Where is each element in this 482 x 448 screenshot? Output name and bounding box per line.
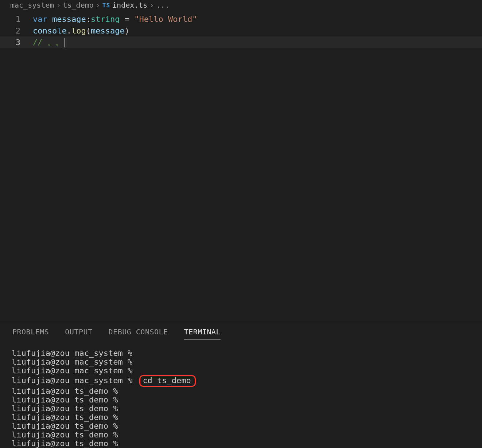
panel-tab-output[interactable]: OUTPUT <box>65 327 92 339</box>
terminal-line: liufujia@zou ts_demo % <box>12 439 470 448</box>
terminal-prompt: liufujia@zou ts_demo % <box>12 430 123 439</box>
typescript-icon: TS <box>102 2 110 9</box>
token: : <box>86 15 91 24</box>
token <box>47 15 52 24</box>
text-cursor <box>64 38 65 47</box>
terminal-line: liufujia@zou ts_demo % <box>12 413 470 422</box>
code-line[interactable]: 2console.log(message) <box>0 25 482 36</box>
code-content[interactable]: // 。。 <box>33 37 65 48</box>
token: ) <box>125 26 129 35</box>
terminal-prompt: liufujia@zou mac_system % <box>12 349 137 358</box>
terminal-prompt: liufujia@zou ts_demo % <box>12 421 123 431</box>
code-editor[interactable]: 1var message:string = "Hello World"2cons… <box>0 12 482 322</box>
highlighted-command: cd ts_demo <box>139 375 195 387</box>
terminal-line: liufujia@zou mac_system % <box>12 358 470 366</box>
token: // 。。 <box>33 38 63 47</box>
breadcrumb-item-ellipsis[interactable]: ... <box>156 1 169 9</box>
breadcrumb-item-file[interactable]: index.ts <box>112 1 147 9</box>
terminal-line: liufujia@zou ts_demo % <box>12 396 470 404</box>
breadcrumb: mac_system › ts_demo › TS index.ts › ... <box>0 0 482 12</box>
terminal-line: liufujia@zou ts_demo % <box>12 404 470 413</box>
terminal-line: liufujia@zou ts_demo % <box>12 422 470 431</box>
terminal-line: liufujia@zou mac_system % <box>12 349 470 358</box>
terminal-prompt: liufujia@zou ts_demo % <box>12 395 123 404</box>
code-content[interactable]: var message:string = "Hello World" <box>33 15 197 24</box>
line-number: 3 <box>0 38 33 47</box>
code-line[interactable]: 3// 。。 <box>0 36 482 48</box>
terminal-prompt: liufujia@zou ts_demo % <box>12 386 123 396</box>
token: "Hello World" <box>134 15 197 24</box>
panel-tab-terminal[interactable]: TERMINAL <box>184 327 221 339</box>
token: message <box>52 15 86 24</box>
panel-tab-debug-console[interactable]: DEBUG CONSOLE <box>109 327 168 339</box>
terminal-line: liufujia@zou mac_system % cd ts_demo <box>12 375 470 387</box>
line-number: 2 <box>0 26 33 35</box>
terminal-prompt: liufujia@zou ts_demo % <box>12 439 123 448</box>
token: message <box>91 26 125 35</box>
token: string <box>91 15 120 24</box>
terminal-prompt: liufujia@zou ts_demo % <box>12 404 123 413</box>
code-line[interactable]: 1var message:string = "Hello World" <box>0 13 482 25</box>
terminal-prompt: liufujia@zou mac_system % <box>12 357 137 366</box>
breadcrumb-item-folder[interactable]: mac_system <box>10 1 54 9</box>
breadcrumb-item-folder[interactable]: ts_demo <box>63 1 93 9</box>
token: ( <box>86 26 91 35</box>
chevron-right-icon: › <box>149 1 154 9</box>
code-content[interactable]: console.log(message) <box>33 26 129 35</box>
panel-tabs: PROBLEMSOUTPUTDEBUG CONSOLETERMINAL <box>0 322 482 343</box>
terminal-prompt: liufujia@zou ts_demo % <box>12 413 123 422</box>
chevron-right-icon: › <box>96 1 100 9</box>
line-number: 1 <box>0 15 33 24</box>
terminal-prompt: liufujia@zou mac_system % <box>12 366 137 375</box>
terminal-line: liufujia@zou mac_system % <box>12 366 470 375</box>
token: = <box>120 15 134 24</box>
terminal-line: liufujia@zou ts_demo % <box>12 431 470 439</box>
terminal-line: liufujia@zou ts_demo % <box>12 387 470 396</box>
token: . <box>67 26 71 35</box>
bottom-panel: PROBLEMSOUTPUTDEBUG CONSOLETERMINAL liuf… <box>0 322 482 448</box>
token: console <box>33 26 67 35</box>
token: var <box>33 15 47 24</box>
token: log <box>71 26 86 35</box>
chevron-right-icon: › <box>56 1 61 9</box>
terminal-output[interactable]: liufujia@zou mac_system % liufujia@zou m… <box>0 343 482 448</box>
panel-tab-problems[interactable]: PROBLEMS <box>12 327 49 339</box>
terminal-prompt: liufujia@zou mac_system % <box>12 376 137 385</box>
